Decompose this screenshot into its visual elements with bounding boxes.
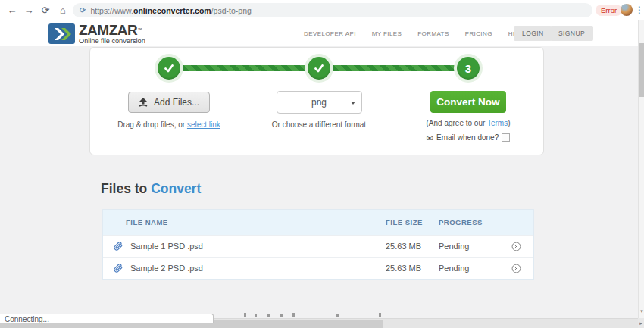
add-files-label: Add Files... xyxy=(154,97,199,108)
back-icon[interactable]: ← xyxy=(5,2,20,17)
scroll-down-icon[interactable]: ▾ xyxy=(639,308,644,314)
terms-note: (And agree to our Terms) xyxy=(411,119,525,127)
file-size: 25.63 MB xyxy=(386,264,439,273)
table-header-row: FILE NAME FILE SIZE PROGRESS xyxy=(103,210,533,235)
nav-formats[interactable]: FORMATS xyxy=(417,30,449,37)
email-option: ✉ Email when done? xyxy=(411,133,525,142)
file-size: 25.63 MB xyxy=(386,242,439,251)
url-path: /psd-to-png xyxy=(211,6,252,15)
format-column: png Or choose a different format xyxy=(262,91,376,129)
add-files-column: Add Files... Drag & drop files, or selec… xyxy=(112,92,226,129)
nav-pricing[interactable]: PRICING xyxy=(465,30,492,37)
browser-toolbar: ← → ⟳ ⌂ ⟳ https://www.onlineconverter.co… xyxy=(0,0,644,20)
paperclip-icon xyxy=(114,242,123,251)
check-icon xyxy=(164,63,174,73)
convert-now-button[interactable]: Convert Now xyxy=(430,91,506,113)
logo-tagline: Online file conversion xyxy=(79,37,145,45)
paperclip-icon xyxy=(114,264,123,273)
remove-file-icon[interactable] xyxy=(511,264,521,273)
profile-avatar[interactable] xyxy=(621,4,633,16)
site-header: ZAMZAR™ Online file conversion DEVELOPER… xyxy=(0,20,638,46)
vertical-scrollbar[interactable]: ▾ xyxy=(638,20,644,318)
step-connector-1 xyxy=(177,65,311,71)
format-select[interactable]: png xyxy=(277,91,362,114)
upload-icon xyxy=(139,98,148,107)
status-bubble: Connecting... xyxy=(0,314,214,323)
trademark: ™ xyxy=(137,27,142,32)
url-domain: onlineconverter.com xyxy=(133,6,211,15)
logo-name: ZAMZAR™ xyxy=(79,23,145,36)
remove-file-icon[interactable] xyxy=(511,242,521,251)
email-checkbox[interactable] xyxy=(502,133,510,142)
scroll-right-icon[interactable]: ▸ xyxy=(638,318,644,328)
select-caret-icon xyxy=(351,102,355,105)
file-name: Sample 2 PSD .psd xyxy=(130,264,203,273)
table-row: Sample 2 PSD .psd 25.63 MB Pending xyxy=(103,257,533,279)
url-scheme: https://www. xyxy=(90,6,133,15)
refresh-icon[interactable]: ⟳ xyxy=(38,2,53,17)
table-row: Sample 1 PSD .psd 25.63 MB Pending xyxy=(103,235,533,257)
step2-complete xyxy=(308,57,330,80)
clipped-content-marks xyxy=(244,311,388,317)
signup-button[interactable]: SIGNUP xyxy=(550,26,593,41)
vertical-scrollbar-thumb[interactable] xyxy=(639,43,644,97)
screen: ← → ⟳ ⌂ ⟳ https://www.onlineconverter.co… xyxy=(0,0,644,328)
format-selected-value: png xyxy=(311,97,327,108)
error-badge[interactable]: Error xyxy=(596,5,622,16)
convert-column: Convert Now (And agree to our Terms) ✉ E… xyxy=(411,91,525,142)
zamzar-logo[interactable]: ZAMZAR™ Online file conversion xyxy=(48,23,145,45)
nav-developer-api[interactable]: DEVELOPER API xyxy=(304,30,356,37)
converter-card: 3 Add Files... Drag & drop files, or sel… xyxy=(89,47,544,155)
check-icon xyxy=(314,63,324,73)
email-icon: ✉ xyxy=(427,134,433,142)
file-progress: Pending xyxy=(439,242,499,251)
step-connector-2 xyxy=(327,65,461,71)
email-label: Email when done? xyxy=(436,133,499,142)
main-nav: DEVELOPER API MY FILES FORMATS PRICING H… xyxy=(304,20,525,46)
login-button[interactable]: LOGIN xyxy=(514,26,552,41)
forward-icon[interactable]: → xyxy=(21,2,36,17)
select-link[interactable]: select link xyxy=(187,120,220,129)
step3-badge: 3 xyxy=(457,57,480,80)
logo-chevrons-icon xyxy=(48,23,75,44)
nav-my-files[interactable]: MY FILES xyxy=(372,30,402,37)
home-icon[interactable]: ⌂ xyxy=(55,2,70,17)
url-text: https://www.onlineconverter.com/psd-to-p… xyxy=(90,6,251,15)
files-table: FILE NAME FILE SIZE PROGRESS Sample 1 PS… xyxy=(102,209,534,280)
col-header-file-size: FILE SIZE xyxy=(386,218,439,226)
step1-complete xyxy=(158,57,180,80)
terms-link[interactable]: Terms xyxy=(487,119,508,127)
format-hint: Or choose a different format xyxy=(262,120,376,129)
file-name: Sample 1 PSD .psd xyxy=(130,242,203,251)
drag-drop-hint: Drag & drop files, or select link xyxy=(112,120,226,129)
site-favicon-icon: ⟳ xyxy=(80,7,86,14)
files-section-title: Files to Convert xyxy=(101,181,201,197)
col-header-file-name: FILE NAME xyxy=(103,218,386,226)
add-files-button[interactable]: Add Files... xyxy=(128,92,210,113)
files-title-accent: Convert xyxy=(151,181,201,196)
browser-menu-icon[interactable]: ⋮ xyxy=(635,2,644,17)
address-bar[interactable]: ⟳ https://www.onlineconverter.com/psd-to… xyxy=(73,3,592,17)
col-header-progress: PROGRESS xyxy=(439,218,499,226)
file-progress: Pending xyxy=(439,264,499,273)
